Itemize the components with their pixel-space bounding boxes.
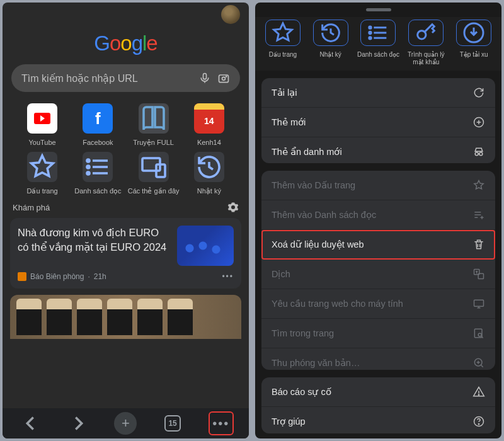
history-icon: [194, 152, 224, 182]
news-card[interactable]: Nhà đương kim vô địch EURO có thể vắng m…: [10, 218, 241, 289]
sheet-handle[interactable]: [255, 3, 501, 17]
menu-item-label: Dịch: [272, 269, 290, 279]
key-icon: [408, 20, 444, 46]
news-thumbnail: [177, 226, 234, 266]
news-card-2-image[interactable]: [10, 295, 241, 339]
menu-section-3: Báo cáo sự cốTrợ giúp: [261, 377, 495, 434]
top-shortcut-strip: Dấu trangNhật kýDanh sách đọcTrình quản …: [255, 17, 501, 71]
menu-item-desktop: Yêu cầu trang web cho máy tính: [261, 289, 495, 319]
plus-circle-icon: [472, 116, 485, 129]
chrome-home-screen: Google Tìm kiếm hoặc nhập URL YouTubefFa…: [3, 3, 249, 438]
shortcut-facebook[interactable]: fFacebook: [72, 103, 123, 147]
menu-item-label: Yêu cầu trang web cho máy tính: [272, 299, 403, 309]
svg-point-2: [222, 77, 226, 80]
discover-header: Khám phá: [3, 198, 249, 218]
mic-icon[interactable]: [198, 72, 211, 84]
readlist-icon: [472, 209, 485, 221]
back-button[interactable]: [18, 411, 43, 435]
menu-item-help[interactable]: Trợ giúp: [261, 407, 495, 434]
news-time: 21h: [94, 272, 106, 281]
menu-item-trash[interactable]: Xoá dữ liệu duyệt web: [261, 230, 495, 260]
chrome-menu-sheet: Dấu trangNhật kýDanh sách đọcTrình quản …: [255, 3, 501, 438]
shortcut-devices[interactable]: Các thẻ gần đây: [128, 152, 180, 195]
search-placeholder: Tìm kiếm hoặc nhập URL: [21, 72, 192, 84]
help-icon: [472, 415, 485, 428]
shortcut-label: Truyện FULL: [133, 139, 174, 147]
new-tab-button[interactable]: +: [114, 412, 137, 435]
strip-label: Dấu trang: [269, 51, 297, 59]
shortcut-book[interactable]: Truyện FULL: [128, 103, 180, 147]
overflow-menu-button[interactable]: •••: [209, 411, 234, 435]
menu-item-find: Tìm trong trang: [261, 319, 495, 348]
strip-key[interactable]: Trình quản lý mật khẩu: [403, 20, 449, 66]
bottom-toolbar: + 15 •••: [3, 408, 249, 438]
svg-point-16: [369, 32, 371, 33]
shortcuts-row-2: Dấu trangDanh sách đọcCác thẻ gần đâyNhậ…: [3, 149, 249, 198]
menu-item-plus-circle[interactable]: Thẻ mới: [261, 108, 495, 137]
strip-download[interactable]: Tệp tải xu: [451, 20, 496, 66]
history-icon: [313, 20, 348, 46]
translate-icon: [472, 268, 485, 280]
menu-item-incognito[interactable]: Thẻ ẩn danh mới: [261, 137, 495, 163]
menu-item-label: Tìm trong trang: [272, 328, 334, 338]
shortcut-label: YouTube: [29, 139, 56, 147]
forward-button[interactable]: [66, 411, 91, 435]
list-icon: [83, 152, 113, 182]
shortcut-label: Nhật ký: [197, 187, 221, 195]
svg-point-32: [478, 394, 479, 394]
shortcut-label: Dấu trang: [27, 187, 58, 195]
strip-label: Tệp tải xu: [460, 51, 488, 59]
top-bar: [3, 3, 249, 26]
lens-icon[interactable]: [217, 72, 230, 84]
menu-item-zoom: Thu phóng văn bản…: [261, 348, 495, 370]
menu-item-reload[interactable]: Tải lại: [261, 78, 495, 108]
shortcut-history[interactable]: Nhật ký: [183, 152, 235, 195]
svg-rect-0: [203, 74, 207, 79]
menu-item-alert[interactable]: Báo cáo sự cố: [261, 377, 495, 407]
menu-item-label: Thẻ ẩn danh mới: [272, 147, 342, 157]
shortcut-youtube[interactable]: YouTube: [16, 103, 68, 147]
svg-point-15: [369, 26, 371, 28]
download-icon: [456, 20, 491, 46]
tabs-button[interactable]: 15: [160, 411, 185, 435]
strip-history[interactable]: Nhật ký: [308, 20, 353, 66]
menu-item-star: Thêm vào Dấu trang: [261, 171, 495, 200]
search-bar[interactable]: Tìm kiếm hoặc nhập URL: [11, 64, 240, 92]
google-logo-row: Google: [3, 32, 249, 55]
strip-star[interactable]: Dấu trang: [260, 20, 306, 66]
news-source: Báo Biên phòng: [30, 272, 84, 281]
trash-icon: [472, 238, 485, 251]
strip-label: Danh sách đọc: [357, 51, 399, 59]
find-icon: [472, 327, 485, 340]
news-source-icon: [18, 272, 26, 281]
svg-point-8: [87, 166, 89, 168]
menu-item-label: Trợ giúp: [272, 416, 306, 427]
shortcut-k14[interactable]: 14Kenh14: [183, 103, 235, 147]
tab-count: 15: [164, 415, 181, 432]
shortcut-list[interactable]: Danh sách đọc: [72, 152, 123, 195]
news-title: Nhà đương kim vô địch EURO có thể vắng m…: [18, 226, 171, 266]
menu-item-translate: Dịch: [261, 260, 495, 289]
incognito-icon: [472, 146, 485, 158]
svg-point-7: [87, 159, 89, 162]
menu-item-label: Tải lại: [272, 88, 297, 98]
gear-icon[interactable]: [227, 202, 239, 213]
reload-icon: [472, 86, 485, 99]
menu-item-label: Xoá dữ liệu duyệt web: [272, 239, 364, 249]
svg-point-22: [479, 152, 483, 156]
star-icon: [265, 20, 301, 46]
shortcut-star[interactable]: Dấu trang: [16, 152, 68, 195]
profile-avatar[interactable]: [221, 5, 240, 24]
shortcut-label: Danh sách đọc: [74, 187, 121, 195]
svg-point-3: [226, 76, 227, 77]
star-icon: [472, 179, 485, 192]
desktop-icon: [472, 297, 485, 310]
menu-item-readlist: Thêm vào Danh sách đọc: [261, 200, 495, 230]
menu-item-label: Thêm vào Dấu trang: [272, 180, 355, 190]
menu-item-label: Báo cáo sự cố: [272, 387, 331, 397]
menu-section-1: Tải lạiThẻ mớiThẻ ẩn danh mới: [261, 78, 495, 163]
news-more-icon[interactable]: •••: [222, 272, 234, 281]
zoom-icon: [472, 357, 485, 369]
strip-label: Trình quản lý mật khẩu: [403, 51, 449, 66]
strip-list[interactable]: Danh sách đọc: [356, 20, 401, 66]
